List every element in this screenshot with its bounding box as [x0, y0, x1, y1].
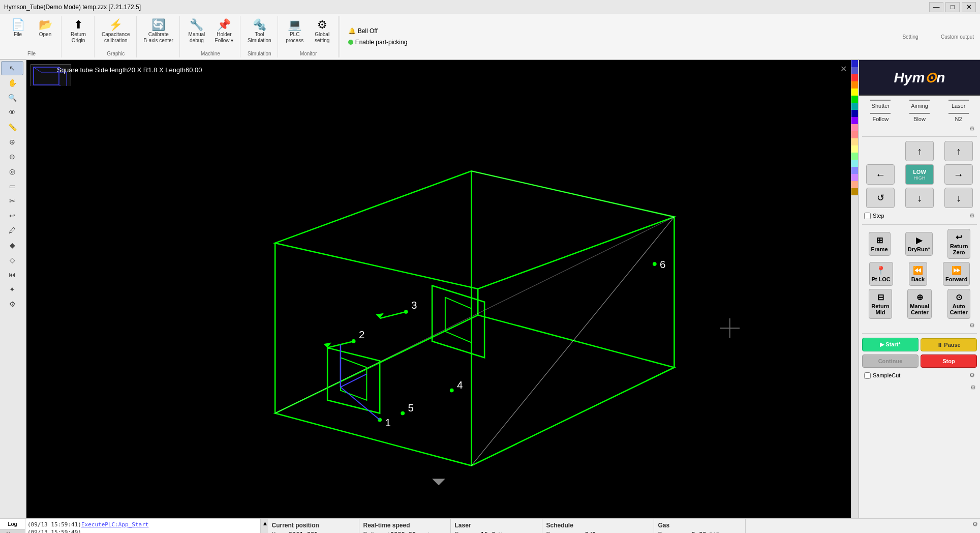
pause-button[interactable]: ⏸ Pause — [921, 338, 977, 351]
dry-run-button[interactable]: ▶ DryRun* — [905, 232, 933, 256]
pt-loc-button[interactable]: 📍 Pt LOC — [869, 262, 893, 286]
start-pause-row: ▶ Start* ⏸ Pause — [862, 338, 977, 351]
step-checkbox[interactable]: Step — [864, 213, 884, 219]
color-swatch-blue2[interactable] — [851, 67, 858, 74]
eye-tool[interactable]: 👁 — [1, 105, 23, 120]
jog-center-button[interactable]: LOW HIGH — [905, 164, 934, 185]
pen-tool[interactable]: 🖊 — [1, 223, 23, 238]
measure-tool[interactable]: 📏 — [1, 120, 23, 134]
undo-tool[interactable]: ↩ — [1, 209, 23, 223]
color-swatch-light-red[interactable] — [851, 131, 858, 138]
enable-part-setting[interactable]: Enable part-picking — [348, 39, 408, 46]
jog-up-right-button[interactable]: ↑ — [944, 141, 973, 161]
center-settings-gear[interactable]: ⚙ — [862, 322, 977, 329]
rotate-left-icon: ↺ — [877, 192, 884, 203]
minimize-button[interactable]: — — [929, 2, 943, 12]
forward-button[interactable]: ⏩ Forward — [943, 262, 970, 286]
sample-cut-input[interactable] — [864, 372, 871, 379]
return-origin-button[interactable]: ⬆ ReturnOrigin — [66, 17, 91, 45]
hand-tool[interactable]: ✋ — [1, 76, 23, 90]
log-scroll-up[interactable]: ▲ — [261, 519, 268, 528]
zoom-out-tool[interactable]: ⊖ — [1, 150, 23, 164]
return-zero-button[interactable]: ↩ ReturnZero — [947, 229, 970, 259]
color-swatch-light-blue[interactable] — [851, 167, 858, 174]
return-mid-button[interactable]: ⊟ ReturnMid — [869, 289, 892, 319]
file-open-button[interactable]: 📂 Open — [33, 17, 58, 39]
bottom-settings[interactable]: ⚙ — [862, 383, 977, 392]
manual-center-button[interactable]: ⊕ ManualCenter — [907, 289, 932, 319]
log-link-1[interactable]: ExecutePLC:App_Start — [81, 521, 148, 528]
maximize-button[interactable]: □ — [945, 2, 960, 12]
circle-tool[interactable]: ◎ — [1, 164, 23, 179]
toolbar-group-simulation: 🔩 ToolSimulation Simulation — [241, 16, 278, 57]
pause-label: ⏸ Pause — [937, 342, 960, 348]
start-button[interactable]: ▶ Start* — [862, 338, 918, 351]
color-swatch-blue[interactable] — [851, 60, 858, 67]
bell-off-setting[interactable]: 🔔 Bell Off — [348, 27, 408, 35]
calibrate-b-button[interactable]: 🔄 CalibrateB-axis center — [141, 17, 176, 45]
back-button[interactable]: ⏪ Back — [909, 262, 927, 286]
step-check-input[interactable] — [864, 213, 871, 219]
color-swatch-cyan[interactable] — [851, 103, 858, 110]
color-swatch-pink[interactable] — [851, 124, 858, 131]
capacitance-button[interactable]: ⚡ Capacitancecalibration — [99, 17, 133, 45]
shutter-indicator — [870, 100, 891, 101]
auto-center-button[interactable]: ⊙ AutoCenter — [947, 289, 970, 319]
toolbar: 📄 File 📂 Open File ⬆ ReturnOrigin ⚡ Capa… — [0, 14, 980, 60]
jog-left-button[interactable]: ← — [866, 164, 895, 185]
color-swatch-peach[interactable] — [851, 138, 858, 145]
color-swatch-gold[interactable] — [851, 188, 858, 195]
sample-cut-row: SampleCut ⚙ — [862, 371, 977, 380]
wireframe-view[interactable]: 1 2 3 4 5 6 — [26, 60, 851, 518]
logo-area: Hym⊙n — [859, 60, 980, 96]
color-swatch-salmon[interactable] — [851, 181, 858, 188]
tool-simulation-button[interactable]: 🔩 ToolSimulation — [244, 17, 274, 45]
start-label: ▶ Start* — [880, 341, 900, 348]
settings-tool[interactable]: ⚙ — [1, 297, 23, 311]
jog-down-button[interactable]: ↓ — [905, 188, 934, 208]
close-button[interactable]: ✕ — [962, 2, 976, 12]
cut-tool[interactable]: ✂ — [1, 194, 23, 208]
skip-back-tool[interactable]: ⏮ — [1, 268, 23, 282]
eraser-tool[interactable]: ◇ — [1, 253, 23, 267]
color-swatch-light-yellow[interactable] — [851, 145, 858, 153]
color-swatch-light-cyan[interactable] — [851, 160, 858, 167]
color-swatch-light-green[interactable] — [851, 153, 858, 160]
jog-up-button[interactable]: ↑ — [905, 141, 934, 161]
log-tab[interactable]: Log — [0, 519, 25, 529]
stop-button[interactable]: Stop — [921, 354, 977, 368]
fill-tool[interactable]: ◆ — [1, 238, 23, 252]
plc-process-button[interactable]: 💻 PLCprocess — [282, 17, 308, 45]
alarm-tab[interactable]: Alarm — [0, 529, 25, 533]
holder-follow-button[interactable]: 📌 HolderFollow ▾ — [211, 17, 237, 45]
select-tool[interactable]: ↖ — [1, 61, 23, 75]
laser-settings-gear[interactable]: ⚙ — [862, 125, 977, 132]
color-swatch-purple[interactable] — [851, 117, 858, 124]
color-swatch-yellow[interactable] — [851, 88, 858, 96]
pos-x-value: -0261.005 — [285, 531, 318, 533]
manual-debug-button[interactable]: 🔧 Manualdebug — [184, 17, 209, 45]
center-row: ⊟ ReturnMid ⊕ ManualCenter ⊙ AutoCenter — [862, 289, 977, 319]
jog-down-right-button[interactable]: ↓ — [944, 188, 973, 208]
jog-right-button[interactable]: → — [944, 164, 973, 185]
color-swatch-navy[interactable] — [851, 110, 858, 117]
zoom-in-tool[interactable]: ⊕ — [1, 135, 23, 149]
sample-cut-checkbox[interactable]: SampleCut — [864, 372, 900, 379]
divider-1 — [862, 136, 977, 137]
continue-stop-row: Continue Stop — [862, 354, 977, 368]
sample-cut-gear-icon[interactable]: ⚙ — [969, 372, 975, 379]
bottom-right-gear[interactable]: ⚙ — [972, 521, 978, 528]
color-swatch-green[interactable] — [851, 96, 858, 103]
rect-tool[interactable]: ▭ — [1, 179, 23, 193]
continue-button[interactable]: Continue — [862, 354, 918, 368]
zoom-tool[interactable]: 🔍 — [1, 91, 23, 105]
frame-button[interactable]: ⊞ Frame — [869, 232, 891, 256]
color-swatch-red[interactable] — [851, 74, 858, 81]
global-setting-button[interactable]: ⚙ Globalsetting — [310, 17, 335, 45]
rotate-left-button[interactable]: ↺ — [866, 188, 895, 208]
color-swatch-lavender[interactable] — [851, 174, 858, 181]
jog-gear-icon[interactable]: ⚙ — [969, 212, 975, 219]
file-new-button[interactable]: 📄 File — [5, 17, 30, 39]
node-tool[interactable]: ✦ — [1, 282, 23, 297]
color-swatch-orange[interactable] — [851, 81, 858, 88]
